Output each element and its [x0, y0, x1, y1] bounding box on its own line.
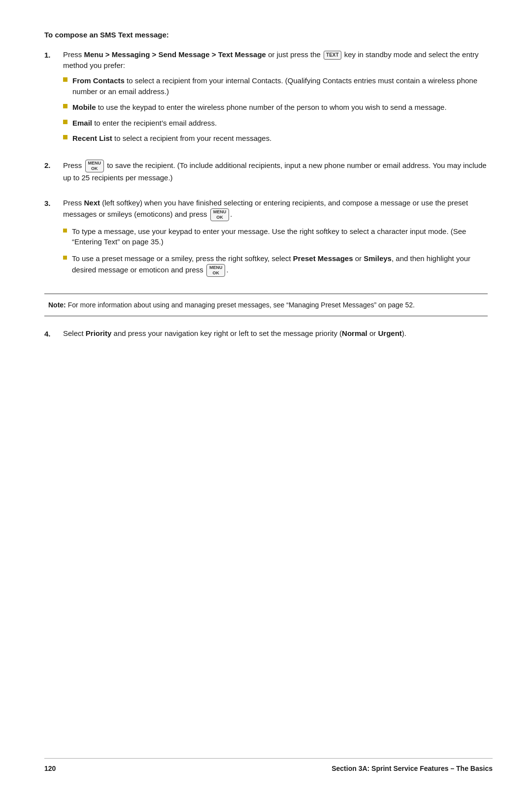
menu-ok-key-3: MENUOK — [210, 208, 230, 221]
sub-bullet-list-3: To type a message, use your keypad to en… — [63, 226, 488, 277]
bullet-item-recent-list: Recent List to select a recipient from y… — [63, 133, 488, 144]
item-4-text-mid: and press your navigation key right or l… — [111, 329, 342, 337]
section-heading: To compose an SMS Text message: — [44, 30, 488, 40]
bullet-square-icon — [63, 104, 67, 108]
item-1-bold: Menu > Messaging > Send Message > Text M… — [84, 50, 266, 59]
sub-bullet-item-preset: To use a preset message or a smiley, pre… — [63, 253, 488, 276]
numbered-list: 1. Press Menu > Messaging > Send Message… — [44, 49, 488, 283]
bullet-item-from-contacts: From Contacts to select a recipient from… — [63, 75, 488, 97]
bullet-item-mobile: Mobile to use the keypad to enter the wi… — [63, 102, 488, 113]
list-item-4: 4. Select Priority and press your naviga… — [44, 328, 488, 343]
ok-label-3: OK — [216, 215, 223, 220]
item-4-bold-urgent: Urgent — [378, 329, 401, 337]
item-content-1: Press Menu > Messaging > Send Message > … — [63, 49, 488, 149]
item-2-text-before: Press — [63, 161, 84, 169]
item-4-text-between: or — [367, 329, 378, 337]
item-number-4: 4. — [44, 328, 63, 339]
sub-bullet-item-type: To type a message, use your keypad to en… — [63, 226, 488, 248]
ok-label-smiley: OK — [212, 270, 219, 276]
bold-smileys: Smileys — [364, 254, 392, 263]
page-content: To compose an SMS Text message: 1. Press… — [44, 30, 488, 343]
bullet-list-1: From Contacts to select a recipient from… — [63, 75, 488, 144]
sub-bullet-content-preset: To use a preset message or a smiley, pre… — [72, 253, 488, 276]
item-3-text: Press Next (left softkey) when you have … — [63, 198, 488, 221]
item-number-1: 1. — [44, 49, 63, 61]
page-footer: 120 Section 3A: Sprint Service Features … — [44, 758, 493, 773]
bullet-bold-mobile: Mobile — [72, 103, 96, 111]
text-key-icon: TEXT — [324, 51, 341, 60]
bold-preset-messages: Preset Messages — [293, 254, 353, 263]
list-item-1: 1. Press Menu > Messaging > Send Message… — [44, 49, 488, 149]
sub-bullet-square-icon — [63, 229, 67, 233]
numbered-list-4: 4. Select Priority and press your naviga… — [44, 328, 488, 343]
sub-bullet-content-type: To type a message, use your keypad to en… — [72, 226, 488, 248]
bullet-bold-recent-list: Recent List — [72, 134, 112, 142]
bullet-bold-email: Email — [72, 119, 92, 127]
item-4-text-before: Select — [63, 329, 86, 337]
item-3-text-before: Press — [63, 199, 84, 207]
item-content-3: Press Next (left softkey) when you have … — [63, 198, 488, 282]
bullet-content-email: Email to enter the recipient’s email add… — [72, 118, 488, 129]
bullet-content-recent-list: Recent List to select a recipient from y… — [72, 133, 488, 144]
bullet-bold-from-contacts: From Contacts — [72, 76, 125, 85]
item-content-2: Press MENUOK to save the recipient. (To … — [63, 160, 488, 187]
item-4-text-end: ). — [402, 329, 406, 337]
menu-ok-key-smiley: MENUOK — [206, 264, 226, 277]
item-4-bold-normal: Normal — [342, 329, 367, 337]
bullet-square-icon — [63, 120, 67, 124]
item-3-bold-next: Next — [84, 199, 100, 207]
item-content-4: Select Priority and press your navigatio… — [63, 328, 488, 343]
bullet-square-icon — [63, 135, 67, 139]
menu-ok-key-2: MENUOK — [85, 160, 104, 172]
ok-label-2: OK — [91, 166, 98, 171]
bullet-content-from-contacts: From Contacts to select a recipient from… — [72, 75, 488, 97]
footer-section-text: Section 3A: Sprint Service Features – Th… — [332, 764, 493, 773]
item-number-3: 3. — [44, 198, 63, 209]
note-label: Note: — [48, 301, 66, 309]
list-item-3: 3. Press Next (left softkey) when you ha… — [44, 198, 488, 282]
item-1-text-before: Press — [63, 50, 84, 59]
item-2-text: Press MENUOK to save the recipient. (To … — [63, 160, 488, 183]
bullet-content-mobile: Mobile to use the keypad to enter the wi… — [72, 102, 488, 113]
menu-label-3: MENU — [213, 209, 227, 215]
menu-label-smiley: MENU — [209, 265, 223, 270]
note-box: Note: For more information about using a… — [44, 294, 488, 316]
item-1-text-after1: or just press the — [266, 50, 323, 59]
list-item-2: 2. Press MENUOK to save the recipient. (… — [44, 160, 488, 187]
bullet-square-icon — [63, 77, 67, 82]
item-1-text: Press Menu > Messaging > Send Message > … — [63, 49, 488, 71]
item-3-text-middle: (left softkey) when you have finished se… — [63, 199, 468, 218]
item-2-text-after: to save the recipient. (To include addit… — [63, 161, 487, 182]
item-number-2: 2. — [44, 160, 63, 171]
menu-label-2: MENU — [88, 161, 101, 166]
item-4-bold-priority: Priority — [86, 329, 112, 337]
item-4-text: Select Priority and press your navigatio… — [63, 328, 488, 339]
item-3-text-end: . — [230, 210, 232, 218]
footer-page-number: 120 — [44, 764, 56, 773]
note-text: For more information about using and man… — [66, 301, 415, 309]
sub-bullet-square-icon — [63, 256, 67, 260]
bullet-item-email: Email to enter the recipient’s email add… — [63, 118, 488, 129]
